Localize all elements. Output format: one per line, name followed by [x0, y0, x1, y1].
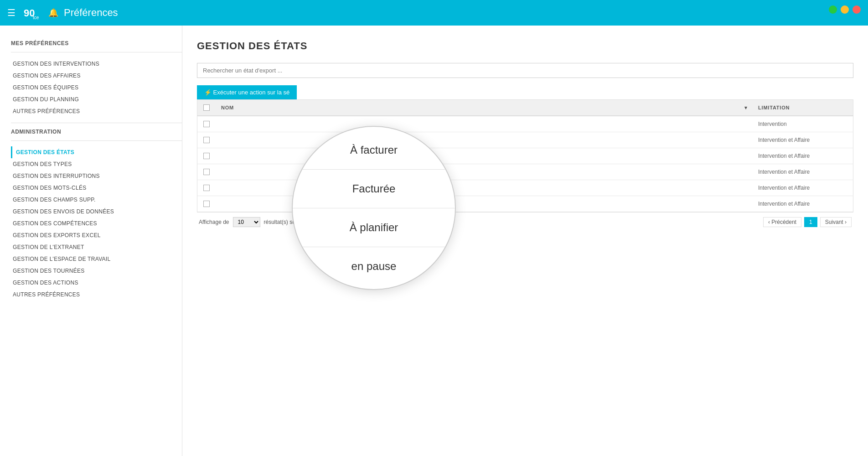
- topbar: ☰ 90 tce 🔔 Préférences: [0, 0, 868, 26]
- table-row: Intervention et Affaire: [197, 148, 853, 164]
- row-sort-3: [739, 148, 753, 164]
- minimize-button[interactable]: [841, 5, 849, 14]
- window-controls: [829, 5, 861, 14]
- table-header: NOM ▾ LIMITATION: [197, 100, 853, 116]
- checkbox-1[interactable]: [203, 121, 210, 127]
- action-bar-row: ⚡ Exécuter une action sur la sé: [197, 85, 853, 99]
- pagination-right: ‹ Précédent 1 Suivant ›: [763, 217, 852, 227]
- menu-icon[interactable]: ☰: [7, 7, 16, 18]
- table-row: Intervention et Affaire: [197, 164, 853, 180]
- row-limitation-6: Intervention et Affaire: [753, 196, 853, 212]
- table-row: Intervention et Affaire: [197, 180, 853, 196]
- sidebar-section-admin: ADMINISTRATION: [11, 129, 182, 135]
- sidebar-item-gestion-actions[interactable]: GESTION DES ACTIONS: [11, 277, 182, 289]
- row-sort-2: [739, 132, 753, 148]
- header-sort-icon[interactable]: ▾: [739, 100, 753, 115]
- row-sort-1: [739, 116, 753, 132]
- results-label: résultat(s) sur un total de: [264, 219, 325, 225]
- table-row: Intervention et Affaire: [197, 132, 853, 148]
- table-row: Intervention: [197, 116, 853, 132]
- sidebar-item-gestion-exports-excel[interactable]: GESTION DES EXPORTS EXCEL: [11, 229, 182, 241]
- row-sort-6: [739, 196, 753, 212]
- checkbox-4[interactable]: [203, 169, 210, 175]
- row-limitation-1: Intervention: [753, 116, 853, 132]
- row-nom-4: [216, 164, 739, 180]
- checkbox-3[interactable]: [203, 153, 210, 159]
- magnifier-item-3: en pause: [293, 247, 455, 285]
- maximize-button[interactable]: [829, 5, 837, 14]
- checkbox-5[interactable]: [203, 185, 210, 191]
- topbar-title: Préférences: [64, 7, 118, 19]
- next-button[interactable]: Suivant ›: [820, 217, 852, 227]
- bell-icon[interactable]: 🔔: [48, 8, 58, 18]
- action-button[interactable]: ⚡ Exécuter une action sur la sé: [197, 85, 297, 99]
- row-nom-2: [216, 132, 739, 148]
- logo: 90 tce: [23, 4, 41, 22]
- page-1-button[interactable]: 1: [804, 217, 817, 227]
- layout: MES PRÉFÉRENCES GESTION DES INTERVENTION…: [0, 26, 868, 456]
- sidebar-item-gestion-types[interactable]: GESTION DES TYPES: [11, 158, 182, 170]
- checkbox-6[interactable]: [203, 201, 210, 207]
- table-row: Intervention et Affaire: [197, 196, 853, 212]
- sidebar-item-gestion-champs-supp[interactable]: GESTION DES CHAMPS SUPP.: [11, 194, 182, 206]
- sidebar-item-gestion-tournees[interactable]: GESTION DES TOURNÉES: [11, 265, 182, 277]
- sidebar-item-autres-preferences-admin[interactable]: AUTRES PRÉFÉRENCES: [11, 289, 182, 301]
- total-count: 6: [328, 219, 331, 225]
- header-checkbox-box[interactable]: [203, 104, 210, 111]
- sidebar-item-gestion-envois[interactable]: GESTION DES ENVOIS DE DONNÉES: [11, 206, 182, 218]
- row-limitation-4: Intervention et Affaire: [753, 164, 853, 180]
- total-suffix: état(s).: [335, 219, 351, 225]
- svg-text:tce: tce: [33, 15, 39, 20]
- row-nom-5: [216, 180, 739, 196]
- sidebar-item-gestion-interruptions[interactable]: GESTION DES INTERRUPTIONS: [11, 170, 182, 182]
- per-page-select[interactable]: 10 25 50: [233, 217, 260, 227]
- pagination-row: Affichage de 10 25 50 résultat(s) sur un…: [197, 212, 853, 232]
- row-limitation-5: Intervention et Affaire: [753, 180, 853, 196]
- row-checkbox: [197, 132, 216, 148]
- row-sort-4: [739, 164, 753, 180]
- pagination-left: Affichage de 10 25 50 résultat(s) sur un…: [199, 217, 351, 227]
- sidebar-divider-mes: [11, 52, 182, 52]
- sidebar-item-gestion-interventions[interactable]: GESTION DES INTERVENTIONS: [11, 58, 182, 70]
- sidebar-item-gestion-equipes[interactable]: GESTION DES ÉQUIPES: [11, 82, 182, 93]
- sidebar-divider-admin: [11, 123, 182, 123]
- row-sort-5: [739, 180, 753, 196]
- sidebar-item-gestion-affaires[interactable]: GESTION DES AFFAIRES: [11, 70, 182, 82]
- sidebar-item-gestion-mots-cles[interactable]: GESTION DES MOTS-CLÉS: [11, 182, 182, 194]
- row-checkbox: [197, 196, 216, 212]
- main-content: GESTION DES ÉTATS ⚡ Exécuter une action …: [182, 26, 868, 456]
- close-button[interactable]: [852, 5, 861, 14]
- header-limitation: LIMITATION: [753, 100, 853, 115]
- sidebar-item-gestion-planning[interactable]: GESTION DU PLANNING: [11, 93, 182, 105]
- row-checkbox: [197, 180, 216, 196]
- row-limitation-2: Intervention et Affaire: [753, 132, 853, 148]
- display-label: Affichage de: [199, 219, 229, 225]
- sidebar-section-mes: MES PRÉFÉRENCES: [11, 40, 182, 47]
- sidebar-item-gestion-competences[interactable]: GESTION DES COMPÉTENCES: [11, 218, 182, 229]
- table-wrapper: NOM ▾ LIMITATION Intervention Interventi…: [197, 99, 853, 212]
- sidebar-divider-admin2: [11, 140, 182, 141]
- page-title: GESTION DES ÉTATS: [197, 40, 853, 52]
- row-checkbox: [197, 164, 216, 180]
- search-input[interactable]: [197, 63, 853, 78]
- prev-button[interactable]: ‹ Précédent: [763, 217, 801, 227]
- sidebar-item-gestion-extranet[interactable]: GESTION DE L'EXTRANET: [11, 241, 182, 253]
- row-nom-3: [216, 148, 739, 164]
- row-limitation-3: Intervention et Affaire: [753, 148, 853, 164]
- sidebar-item-gestion-etats[interactable]: GESTION DES ÉTATS: [11, 146, 182, 158]
- sidebar: MES PRÉFÉRENCES GESTION DES INTERVENTION…: [0, 26, 182, 456]
- checkbox-2[interactable]: [203, 137, 210, 143]
- sidebar-item-autres-preferences-mes[interactable]: AUTRES PRÉFÉRENCES: [11, 105, 182, 117]
- header-checkbox: [197, 100, 216, 115]
- header-nom: NOM: [216, 100, 739, 115]
- row-checkbox: [197, 116, 216, 132]
- row-nom-6: [216, 196, 739, 212]
- row-checkbox: [197, 148, 216, 164]
- row-nom-1: [216, 116, 739, 132]
- sidebar-item-gestion-espace-travail[interactable]: GESTION DE L'ESPACE DE TRAVAIL: [11, 253, 182, 265]
